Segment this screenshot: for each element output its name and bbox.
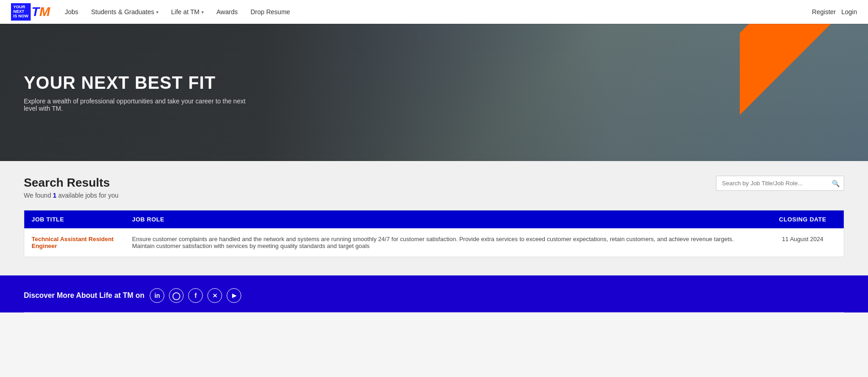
footer: Discover More About Life at TM on in ◯ f…	[0, 275, 868, 312]
auth-links: Register Login	[812, 8, 857, 16]
instagram-icon[interactable]: ◯	[169, 288, 184, 303]
nav-links: Jobs Students & Graduates ▾ Life at TM ▾…	[65, 8, 812, 16]
table-head: JOB TITLE JOB ROLE CLOSING DATE	[24, 210, 844, 229]
closing-date-cell: 11 August 2024	[762, 228, 844, 257]
job-title-cell: Technical Assistant Resident Engineer	[24, 228, 125, 257]
social-icons: in ◯ f ✕ ▶	[150, 288, 241, 303]
col-job-role: JOB ROLE	[125, 210, 762, 229]
hero-subtitle: Explore a wealth of professional opportu…	[24, 97, 253, 112]
table-row: Technical Assistant Resident Engineer En…	[24, 228, 844, 257]
jobs-table: JOB TITLE JOB ROLE CLOSING DATE Technica…	[24, 210, 844, 257]
nav-jobs[interactable]: Jobs	[65, 8, 78, 16]
youtube-icon[interactable]: ▶	[227, 288, 241, 303]
discover-text: Discover More About Life at TM on	[24, 291, 144, 300]
search-results-title: Search Results	[24, 176, 119, 190]
linkedin-icon[interactable]: in	[150, 288, 164, 303]
search-results-subtitle: We found 1 available jobs for you	[24, 192, 119, 199]
twitter-x-icon[interactable]: ✕	[207, 288, 222, 303]
nav-awards[interactable]: Awards	[217, 8, 238, 16]
search-results-info: Search Results We found 1 available jobs…	[24, 176, 119, 199]
chevron-down-icon: ▾	[156, 10, 158, 15]
search-input[interactable]	[716, 176, 844, 191]
logo-tm-orange: M	[39, 5, 50, 19]
col-closing-date: CLOSING DATE	[762, 210, 844, 229]
job-title-link[interactable]: Technical Assistant Resident Engineer	[32, 236, 114, 249]
footer-divider	[24, 312, 844, 312]
nav-students[interactable]: Students & Graduates ▾	[91, 8, 158, 16]
logo-tm: TM	[32, 5, 50, 19]
job-role-cell: Ensure customer complaints are handled a…	[125, 228, 762, 257]
hero-stripes	[740, 24, 868, 161]
search-input-wrap: 🔍	[716, 176, 844, 191]
login-link[interactable]: Login	[841, 8, 857, 16]
search-results-section: Search Results We found 1 available jobs…	[0, 161, 868, 275]
col-job-title: JOB TITLE	[24, 210, 125, 229]
logo-badge: YOUR NEXT IS NOW	[11, 3, 31, 21]
search-header: Search Results We found 1 available jobs…	[24, 176, 844, 199]
table-header-row: JOB TITLE JOB ROLE CLOSING DATE	[24, 210, 844, 229]
footer-discover: Discover More About Life at TM on in ◯ f…	[24, 288, 844, 312]
hero-title: YOUR NEXT BEST FIT	[24, 73, 253, 93]
hero-banner: YOUR NEXT BEST FIT Explore a wealth of p…	[0, 24, 868, 161]
navbar: YOUR NEXT IS NOW TM Jobs Students & Grad…	[0, 0, 868, 24]
nav-life-at-tm[interactable]: Life at TM ▾	[171, 8, 204, 16]
facebook-icon[interactable]: f	[188, 288, 203, 303]
search-icon: 🔍	[832, 180, 840, 187]
logo[interactable]: YOUR NEXT IS NOW TM	[11, 3, 50, 21]
table-body: Technical Assistant Resident Engineer En…	[24, 228, 844, 257]
register-link[interactable]: Register	[812, 8, 836, 16]
hero-content: YOUR NEXT BEST FIT Explore a wealth of p…	[0, 73, 253, 112]
nav-drop-resume[interactable]: Drop Resume	[250, 8, 290, 16]
chevron-down-icon: ▾	[201, 10, 204, 15]
